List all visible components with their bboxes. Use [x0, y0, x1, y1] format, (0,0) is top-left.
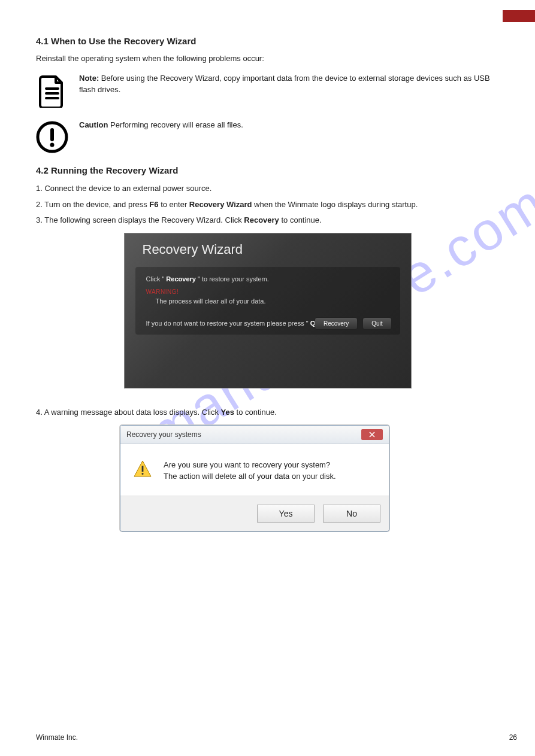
warning-icon	[36, 120, 68, 153]
caution-label: Caution	[79, 120, 108, 129]
page-accent-bar	[503, 10, 535, 22]
dialog-title-text: Recovery your systems	[126, 430, 201, 439]
svg-point-7	[141, 473, 143, 475]
step-2-d: Recovery Wizard	[189, 200, 252, 209]
dialog-msg-1: Are you sure you want to recovery your s…	[164, 460, 336, 471]
wizard-l1-a: Click "	[146, 275, 167, 283]
recovery-wizard-window: Recovery Wizard Click " Recovery " to re…	[124, 233, 412, 388]
dialog-body: Are you sure you want to recovery your s…	[120, 444, 389, 496]
step-list: 1. Connect the device to an external pow…	[36, 183, 499, 227]
step-3-b: to continue.	[279, 215, 322, 224]
step-2: 2. Turn on the device, and press F6 to e…	[36, 199, 499, 211]
note-text: Note: Before using the Recovery Wizard, …	[79, 73, 499, 96]
dialog-footer: Yes No	[120, 496, 389, 531]
wizard-title: Recovery Wizard	[125, 233, 411, 263]
yes-button[interactable]: Yes	[257, 505, 315, 523]
step-3: 3. The following screen displays the Rec…	[36, 214, 499, 227]
quit-button[interactable]: Quit	[362, 317, 391, 330]
svg-rect-4	[50, 128, 54, 141]
section-title-4-2: 4.2 Running the Recovery Wizard	[36, 165, 499, 175]
step-2-e: when the Winmate logo displays during st…	[252, 200, 418, 209]
intro-text: Reinstall the operating system when the …	[36, 53, 499, 65]
svg-point-5	[50, 142, 55, 147]
step-3-btn: Recovery	[244, 215, 279, 224]
page-content: 4.1 When to Use the Recovery Wizard Rein…	[36, 36, 499, 532]
step-4: 4. A warning message about data loss dis…	[36, 406, 499, 419]
wizard-warning-label: WARNING!	[146, 289, 389, 295]
wizard-line-2: The process will clear all of your data.	[156, 297, 389, 305]
dialog-msg-2: The action will delete all of your data …	[164, 471, 336, 482]
dialog-message: Are you sure you want to recovery your s…	[164, 460, 336, 482]
caution-body: Performing recovery will erase all files…	[110, 120, 243, 129]
document-icon	[36, 73, 68, 108]
close-icon[interactable]	[361, 429, 383, 440]
note-body: Before using the Recovery Wizard, copy i…	[79, 74, 490, 94]
step-3-a: 3. The following screen displays the Rec…	[36, 215, 244, 224]
footer-left: Winmate Inc.	[36, 733, 78, 742]
wizard-l3-a: If you do not want to restore your syste…	[146, 320, 310, 327]
no-button[interactable]: No	[323, 505, 380, 523]
note-label: Note:	[79, 74, 99, 83]
recovery-button[interactable]: Recovery	[315, 317, 358, 330]
note-block: Note: Before using the Recovery Wizard, …	[36, 73, 499, 108]
step-4-row: 4. A warning message about data loss dis…	[36, 406, 499, 419]
wizard-button-row: Recovery Quit	[315, 317, 392, 330]
step-4-b: to continue.	[234, 408, 277, 417]
step-1: 1. Connect the device to an external pow…	[36, 183, 499, 195]
section-title-4-1: 4.1 When to Use the Recovery Wizard	[36, 36, 499, 46]
confirm-dialog: Recovery your systems Are you sure you w…	[120, 425, 389, 532]
wizard-l1-b: Recovery	[166, 275, 196, 283]
svg-rect-6	[142, 466, 144, 472]
footer-page-number: 26	[509, 733, 517, 742]
caution-text: Caution Performing recovery will erase a…	[79, 120, 499, 131]
wizard-line-1: Click " Recovery " to restore your syste…	[146, 275, 389, 283]
step-4-a: 4. A warning message about data loss dis…	[36, 408, 221, 417]
dialog-titlebar: Recovery your systems	[120, 426, 389, 444]
wizard-panel: Click " Recovery " to restore your syste…	[135, 267, 400, 334]
step-4-btn: Yes	[221, 408, 234, 417]
caution-block: Caution Performing recovery will erase a…	[36, 120, 499, 153]
alert-icon	[132, 460, 153, 478]
wizard-l1-c: " to restore your system.	[196, 275, 269, 283]
step-2-c: to enter	[159, 200, 189, 209]
step-2-a: 2. Turn on the device, and press	[36, 200, 149, 209]
step-2-key: F6	[149, 200, 158, 209]
